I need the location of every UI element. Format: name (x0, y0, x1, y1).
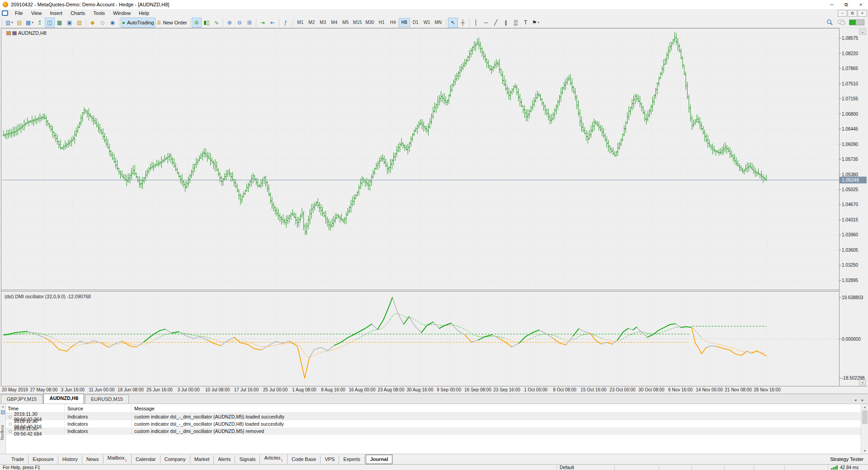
bars-button[interactable]: ılı (192, 18, 202, 28)
status-profile[interactable]: Default (557, 465, 615, 470)
chart-window-button[interactable]: ▩ (55, 18, 65, 28)
tab-news[interactable]: News (82, 455, 104, 464)
objects-button[interactable]: ⚑▾ (531, 18, 541, 28)
candles-button[interactable]: ▮▯ (202, 18, 212, 28)
tab-calendar[interactable]: Calendar (132, 455, 160, 464)
vertical-line-button[interactable]: │ (471, 18, 481, 28)
data-window-button[interactable]: ▣ (65, 18, 75, 28)
window-close-button[interactable]: × (854, 0, 868, 9)
journal-row[interactable]: 2019.11.30 09:56:40.716Indicatorscustom … (6, 420, 861, 428)
tabs-scroll-left-icon[interactable]: ◂ (852, 396, 859, 404)
profiles-button[interactable]: ▤ (14, 18, 24, 28)
status-connection[interactable]: 42.84 ms (828, 465, 868, 470)
menu-tools[interactable]: Tools (89, 9, 109, 17)
tab-code-base[interactable]: Code Base (288, 455, 321, 464)
tab-experts[interactable]: Experts (339, 455, 364, 464)
templates-button[interactable]: ▦▾ (24, 18, 35, 28)
navigator-button[interactable]: ▧ (75, 18, 85, 28)
window-restore-button[interactable]: ⧉ (839, 0, 854, 9)
tab-signals[interactable]: Signals (235, 455, 260, 464)
toolbar-grip[interactable] (1, 19, 3, 27)
new-order-button[interactable]: ≣New Order (156, 18, 189, 28)
autotrading-button[interactable]: ●AutoTrading (121, 18, 156, 28)
trendline-button[interactable]: ╱ (491, 18, 501, 28)
horizontal-line-button[interactable]: ─ (481, 18, 491, 28)
tab-mailbox[interactable]: Mailbox1 (104, 454, 132, 464)
tab-articles[interactable]: Articles1 (260, 454, 288, 464)
chart-system-icon[interactable] (2, 10, 8, 16)
tab-vps[interactable]: VPS (321, 455, 339, 464)
market-watch-button[interactable]: ◫ (45, 18, 55, 28)
toolbox-mark[interactable] (1, 410, 5, 414)
toolbox-vertical-tab[interactable]: Toolbox (0, 425, 6, 441)
menu-window[interactable]: Window (109, 9, 135, 17)
chart-tab-eurusd-m15[interactable]: EURUSD,M15 (85, 395, 129, 404)
channel-button[interactable]: ∥ (501, 18, 511, 28)
timeframe-h1-button[interactable]: H1 (376, 18, 387, 27)
chart-shift-button[interactable]: ⇤ (268, 18, 278, 28)
timeframe-m5-button[interactable]: M5 (340, 18, 351, 27)
tab-exposure[interactable]: Exposure (28, 455, 58, 464)
menu-help[interactable]: Help (135, 9, 153, 17)
cursor-button[interactable]: ↖ (448, 18, 458, 28)
chat-icon[interactable] (838, 19, 845, 26)
chart-restore-button[interactable]: ⧉ (848, 10, 857, 17)
tab-journal[interactable]: Journal (366, 455, 393, 464)
search-icon[interactable] (826, 19, 833, 26)
chart-minimize-button[interactable]: – (838, 10, 847, 17)
toolbox-close-icon[interactable]: × (0, 404, 5, 409)
timeframe-h4-button[interactable]: H4 (387, 18, 399, 27)
tabs-scroll-right-icon[interactable]: ▸ (859, 396, 866, 404)
tab-market[interactable]: Market (190, 455, 214, 464)
crosshair-button[interactable]: ┼ (458, 18, 468, 28)
journal-col-message[interactable]: Message (132, 404, 861, 413)
scroll-up-icon[interactable]: ▲ (861, 404, 868, 410)
strategy-tester-label[interactable]: Strategy Tester (830, 456, 863, 462)
tab-company[interactable]: Company (160, 455, 190, 464)
chart-tab-gbpjpy-m15[interactable]: GBPJPY,M15 (1, 395, 42, 404)
tab-history[interactable]: History (58, 455, 82, 464)
timeframe-m30-button[interactable]: M30 (363, 18, 376, 27)
timeframe-m1-button[interactable]: M1 (295, 18, 306, 27)
chart-tab-audnzd-h8[interactable]: AUDNZD,H8 (43, 394, 84, 404)
timeframe-m2-button[interactable]: M2 (306, 18, 317, 27)
price-chart-svg[interactable]: 1.085751.082201.078651.075101.071551.068… (0, 28, 868, 394)
timeframe-h8-button[interactable]: H8 (399, 18, 410, 27)
zoom-out-button[interactable]: ⊖ (235, 18, 245, 28)
menu-file[interactable]: File (11, 9, 27, 17)
toolbar-grip[interactable] (292, 19, 294, 27)
new-chart-button[interactable]: ▥▾ (4, 18, 14, 28)
indicators-button[interactable]: ƒ (281, 18, 291, 28)
fibonacci-button[interactable]: ▒ (511, 18, 521, 28)
timeframe-w1-button[interactable]: W1 (421, 18, 433, 27)
scroll-thumb[interactable] (862, 410, 868, 424)
menu-insert[interactable]: Insert (46, 9, 66, 17)
scroll-down-icon[interactable]: ▼ (861, 448, 868, 454)
arrange-windows-button[interactable]: ⊞ (245, 18, 255, 28)
timeframe-m15-button[interactable]: M15 (351, 18, 363, 27)
market-button[interactable]: ◆ (88, 18, 98, 28)
timeframe-m3-button[interactable]: M3 (317, 18, 329, 27)
journal-col-source[interactable]: Source (65, 404, 132, 413)
text-button[interactable]: T (521, 18, 531, 28)
journal-scrollbar[interactable]: ▲ ▼ (861, 404, 868, 454)
journal-row[interactable]: 2019.11.30 09:56:22.264Indicatorscustom … (6, 413, 861, 420)
menu-view[interactable]: View (27, 9, 46, 17)
window-minimize-button[interactable]: ─ (825, 0, 839, 9)
chevron-down-icon[interactable]: ▾ (538, 21, 539, 24)
zoom-in-button[interactable]: ⊕ (225, 18, 235, 28)
chevron-down-icon[interactable]: ▾ (32, 21, 33, 24)
autoscroll-button[interactable]: ⇥ (258, 18, 268, 28)
signals-button[interactable]: ◉ (108, 18, 118, 28)
chevron-down-icon[interactable]: ▾ (11, 21, 13, 24)
timeframe-d1-button[interactable]: D1 (410, 18, 421, 27)
metaeditor-button[interactable]: ◇ (98, 18, 108, 28)
chart-close-button[interactable]: × (858, 10, 867, 17)
toolbar-grip[interactable] (445, 19, 447, 27)
menu-charts[interactable]: Charts (66, 9, 89, 17)
journal-row[interactable]: 2019.11.30 09:56:42.684Indicatorscustom … (6, 428, 861, 435)
timeframe-m4-button[interactable]: M4 (329, 18, 340, 27)
line-chart-button[interactable]: ∿ (212, 18, 222, 28)
timeframe-mn-button[interactable]: MN (433, 18, 444, 27)
tab-trade[interactable]: Trade (7, 455, 28, 464)
